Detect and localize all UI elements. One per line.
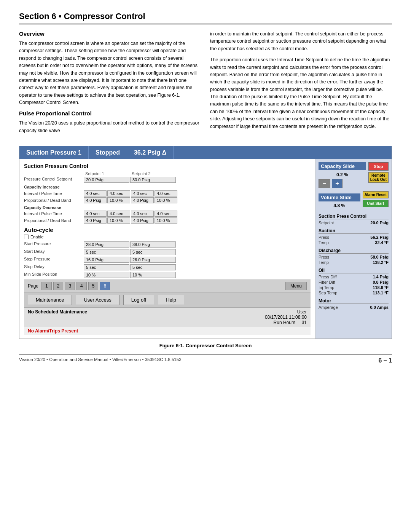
dec-pv3[interactable]: 4.0 Psig (131, 217, 154, 224)
pcs-val1[interactable]: 20.0 Psig (84, 177, 129, 183)
enable-row: Enable (24, 235, 311, 239)
spc-sp-val: 20.0 Psig (370, 220, 389, 225)
help-button[interactable]: Help (158, 295, 184, 305)
datetime-val: 08/17/2011 11:08:00 (265, 315, 307, 320)
discharge-temp-label: Temp (319, 260, 329, 265)
dec-pv4[interactable]: 10.0 % (155, 217, 177, 224)
ac-min-slide: Min Slide Position 10 % 10 % (24, 272, 311, 278)
remote-lockout-button[interactable]: Remote Lock Out (368, 172, 389, 183)
cap-inc-label: Capacity Increase (24, 185, 311, 189)
ac-stop-pressure: Stop Pressure 16.0 Psig 26.0 Psig (24, 257, 311, 263)
nav-btn-1[interactable]: 1 (41, 282, 52, 290)
spc-title: Suction Pressure Control (24, 163, 311, 169)
enable-checkbox[interactable] (24, 235, 29, 239)
oil-septemp-row: Sep Temp 113.1 °F (319, 291, 389, 295)
motor-amperage-row: Amperage 0.0 Amps (319, 305, 389, 310)
ac-stp-v1[interactable]: 16.0 Psig (84, 257, 129, 263)
ac-ms-v1[interactable]: 10 % (84, 272, 129, 278)
ac-stdl-v1[interactable]: 5 sec (84, 264, 129, 270)
ac-ms-label: Min Slide Position (24, 272, 83, 278)
dec-iv2[interactable]: 4.0 sec (107, 211, 130, 217)
oil-filterdiff-row: Filter Diff 0.8 Psig (319, 280, 389, 284)
oil-fd-val: 0.8 Psig (373, 280, 389, 284)
left-panel: Suction Pressure Control Setpoint 1 Setp… (19, 159, 315, 339)
run-hours-val: 31 (302, 320, 307, 325)
setpoint-header-row: Setpoint 1 Setpoint 2 (24, 171, 311, 176)
inc-iv2[interactable]: 4.0 sec (107, 190, 130, 197)
pcs-row: Pressure Control Setpoint 20.0 Psig 30.0… (24, 177, 311, 183)
user-access-button[interactable]: User Access (76, 295, 119, 305)
dec-pv1[interactable]: 4.0 Psig (84, 217, 107, 224)
ac-sp-v1[interactable]: 28.0 Psig (84, 241, 129, 248)
discharge-press-row: Press 58.0 Psig (319, 255, 389, 259)
capacity-plus-button[interactable]: + (332, 179, 342, 188)
right-panel-buttons: Stop Remote Lock Out (368, 162, 389, 183)
capacity-pct: 0.2 % (319, 172, 366, 177)
dec-iv3[interactable]: 4.0 sec (131, 211, 154, 217)
autocycle-section: Auto-cycle Enable Start Pressure 28.0 Ps… (24, 227, 311, 278)
dec-pv2[interactable]: 10.0 % (107, 217, 130, 224)
oil-st-val: 113.1 °F (373, 291, 389, 295)
inc-pv4[interactable]: 10.0 % (155, 197, 177, 203)
inc-pv3[interactable]: 4.0 Psig (131, 197, 154, 203)
pcs-val2[interactable]: 30.0 Psig (130, 177, 176, 183)
ac-stdl-label: Stop Delay (24, 264, 83, 270)
oil-pd-val: 1.4 Psig (373, 275, 389, 279)
motor-amp-label: Amperage (319, 305, 338, 310)
suction-section: Suction Press 56.2 Psig Temp 32.4 °F (319, 228, 389, 245)
overview-para1: The compressor control screen is where a… (19, 40, 201, 106)
menu-button[interactable]: Menu (285, 282, 307, 290)
nav-btn-2[interactable]: 2 (53, 282, 64, 290)
discharge-section: Discharge Press 58.0 Psig Temp 138.2 °F (319, 248, 389, 265)
spc-sp-label: Setpoint (319, 220, 334, 225)
dec-iv1[interactable]: 4.0 sec (84, 211, 107, 217)
motor-section: Motor Amperage 0.0 Amps (319, 298, 389, 310)
suction-press-row: Press 56.2 Psig (319, 235, 389, 240)
oil-st-label: Sep Temp (319, 291, 337, 295)
inc-iv1[interactable]: 4.0 sec (84, 190, 107, 197)
ac-sd-v1[interactable]: 5 sec (84, 249, 129, 255)
pulse-para2: in order to maintain the control setpoin… (210, 30, 392, 53)
oil-title: Oil (319, 268, 389, 273)
ac-stp-v2[interactable]: 26.0 Psig (130, 257, 176, 263)
capacity-minus-button[interactable]: − (319, 179, 330, 188)
page-footer: Vission 20/20 • Operation and Service Ma… (19, 355, 392, 364)
dec-iv4[interactable]: 4.0 sec (155, 211, 177, 217)
user-label: User (265, 309, 307, 315)
nav-btn-4[interactable]: 4 (76, 282, 87, 290)
ac-ms-v2[interactable]: 10 % (130, 272, 176, 278)
btn-bar: Maintenance User Access Log off Help (24, 292, 311, 307)
inc-interval-label: Interval / Pulse Time (24, 191, 83, 196)
volume-slide-title: Volume Slide (319, 193, 360, 201)
right-panel-buttons2: Alarm Reset Unit Start (363, 191, 389, 207)
maintenance-msg: No Scheduled Maintenance (28, 309, 265, 325)
stop-button[interactable]: Stop (368, 162, 389, 171)
capacity-slide-title: Capacity Slide (319, 162, 366, 170)
sp2-header: Setpoint 2 (130, 171, 176, 176)
nav-btn-3[interactable]: 3 (65, 282, 75, 290)
ac-sp-v2[interactable]: 38.0 Psig (130, 241, 176, 248)
inc-iv4[interactable]: 4.0 sec (155, 190, 177, 197)
nav-btn-6[interactable]: 6 (100, 282, 110, 290)
oil-it-label: Inj Temp (319, 285, 334, 290)
motor-amp-val: 0.0 Amps (370, 305, 389, 310)
inc-pv2[interactable]: 10.0 % (107, 197, 130, 203)
enable-label: Enable (30, 235, 43, 239)
log-off-button[interactable]: Log off (123, 295, 155, 305)
page-title: Section 6 • Compressor Control (19, 11, 392, 21)
unit-start-button[interactable]: Unit Start (363, 200, 389, 207)
run-hours-row: Run Hours 31 (265, 320, 307, 325)
maintenance-button[interactable]: Maintenance (28, 295, 72, 305)
ac-start-pressure: Start Pressure 28.0 Psig 38.0 Psig (24, 241, 311, 248)
nav-btn-5[interactable]: 5 (88, 282, 99, 290)
alarm-reset-button[interactable]: Alarm Reset (363, 191, 389, 198)
sp1-header: Setpoint 1 (84, 171, 129, 176)
inc-pv1[interactable]: 4.0 Psig (84, 197, 107, 203)
inc-prop-label: Proportional / Dead Band (24, 198, 83, 203)
inc-iv3[interactable]: 4.0 sec (131, 190, 154, 197)
ac-stdl-v2[interactable]: 5 sec (130, 264, 176, 270)
figure-caption: Figure 6-1. Compressor Control Screen (19, 343, 392, 348)
status-row-1: No Scheduled Maintenance User 08/17/2011… (24, 307, 311, 327)
user-datetime: User 08/17/2011 11:08:00 Run Hours 31 (265, 309, 307, 325)
ac-sd-v2[interactable]: 5 sec (130, 249, 176, 255)
